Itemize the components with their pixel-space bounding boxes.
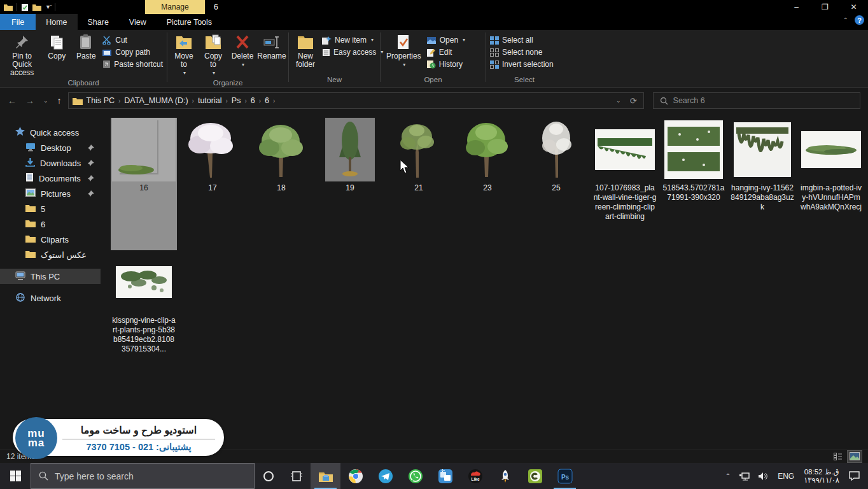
taskbar-app-rocket-vpn[interactable] [490,463,520,489]
open-button[interactable]: Open▾ [427,35,465,45]
cut-button[interactable]: Cut [102,35,163,45]
edit-button[interactable]: Edit [427,47,465,57]
cortana-button[interactable] [255,463,283,489]
recent-locations-icon[interactable]: ⌄ [43,97,48,104]
ribbon-tab-file[interactable]: File [0,14,36,30]
file-tile[interactable]: kisspng-vine-clip-art-plants-png-5b38b85… [111,250,177,383]
ribbon-tab-share[interactable]: Share [78,14,119,30]
taskbar-app-whatsapp[interactable] [400,463,430,489]
qat-new-folder-icon[interactable] [32,3,41,11]
clock[interactable]: 08:52 ق.ظ ۱۳۹۹/۱۱/۰۸ [799,468,844,485]
breadcrumb-segment[interactable]: Ps [232,96,241,105]
breadcrumb-bar[interactable]: This PC›DATA_MUMA (D:)›tutorial›Ps›6›6› … [68,92,644,109]
rename-button[interactable]: Rename [258,32,286,62]
sidebar-item-عکس-استوک[interactable]: عکس استوک [0,247,101,262]
breadcrumb-segment[interactable]: DATA_MUMA (D:) [124,96,188,105]
sidebar-item-cliparts[interactable]: Cliparts [0,232,101,247]
taskbar-app-file-explorer[interactable] [311,463,340,489]
thumbnail-view-toggle[interactable] [848,451,862,462]
details-view-toggle[interactable] [831,451,845,462]
pin-to-quick-access-button[interactable]: Pin to Quick access [3,32,41,79]
file-tile[interactable]: 25 [523,118,589,250]
sidebar-item-5[interactable]: 5 [0,201,101,216]
file-tile[interactable]: 107-1076983_plant-wall-vine-tiger-green-… [592,118,658,250]
up-button[interactable]: ↑ [57,96,62,106]
sidebar-item-desktop[interactable]: Desktop [0,140,101,155]
sidebar-item-downloads[interactable]: Downloads [0,155,101,171]
breadcrumb-separator-icon[interactable]: › [272,97,276,104]
breadcrumb-separator-icon[interactable]: › [243,97,248,104]
qat-properties-icon[interactable] [21,3,29,11]
sidebar-item-this-pc[interactable]: This PC [0,269,101,284]
sidebar-item-documents[interactable]: Documents [0,171,101,186]
copy-to-button[interactable]: Copy to▾ [199,32,227,79]
volume-icon[interactable] [754,472,773,481]
back-button[interactable]: ← [8,96,17,106]
forward-button[interactable]: → [25,96,34,106]
properties-button[interactable]: Properties▾ [383,32,424,71]
paste-shortcut-button[interactable]: Paste shortcut [102,59,163,69]
qat-customize-icon[interactable]: ▼̄ [45,4,51,10]
file-tile[interactable]: 21 [386,118,452,250]
breadcrumb[interactable]: This PC›DATA_MUMA (D:)›tutorial›Ps›6›6› [87,96,617,105]
breadcrumb-segment[interactable]: 6 [265,96,269,105]
taskbar-app-chrome[interactable] [340,463,370,489]
breadcrumb-segment[interactable]: This PC [87,96,115,105]
file-tile[interactable]: imgbin-a-potted-ivy-hVUnnufHAPmwhA9akMQn… [798,118,864,250]
delete-button[interactable]: Delete▾ [228,32,256,71]
language-indicator[interactable]: ENG [773,472,799,481]
taskbar-app-photoshop[interactable]: Ps [550,463,580,489]
new-folder-button[interactable]: New folder [291,32,319,71]
start-button[interactable] [0,463,31,489]
ribbon-tab-view[interactable]: View [119,14,157,30]
ribbon-tab-home[interactable]: Home [36,14,77,30]
taskbar-search-input[interactable]: Type here to search [31,463,255,489]
select-all-button[interactable]: Select all [490,35,554,45]
history-button[interactable]: History [427,59,465,69]
taskbar-app-shareit[interactable] [430,463,460,489]
minimize-button[interactable]: – [782,0,811,14]
breadcrumb-segment[interactable]: tutorial [198,96,222,105]
restore-button[interactable]: ❐ [811,0,839,14]
file-list-area[interactable]: 16171819212325107-1076983_plant-wall-vin… [101,113,868,449]
refresh-icon[interactable]: ⟳ [630,96,637,106]
action-center-icon[interactable] [844,471,864,481]
taskbar-app-camtasia[interactable] [520,463,550,489]
copy-button[interactable]: Copy [43,32,71,62]
breadcrumb-separator-icon[interactable]: › [258,97,262,104]
breadcrumb-segment[interactable]: 6 [251,96,255,105]
new-item-button[interactable]: New item▾ [322,35,383,45]
manage-ribbon-tab[interactable]: Manage [145,0,205,14]
file-tile[interactable]: 16 [111,118,177,250]
file-tile[interactable]: 18 [248,118,314,250]
ribbon-tab-picture-tools[interactable]: Picture Tools [157,14,222,30]
address-dropdown-icon[interactable]: ⌄ [616,97,621,104]
file-tile[interactable]: 19 [317,118,383,250]
tray-chevron-icon[interactable]: ⌃ [721,472,735,479]
easy-access-button[interactable]: Easy access▾ [322,47,383,57]
file-tile[interactable]: 518543.5702781a71991-390x320 [661,118,727,250]
breadcrumb-separator-icon[interactable]: › [191,97,195,104]
sidebar-item-quick-access[interactable]: Quick access [0,125,101,140]
copy-path-button[interactable]: Copy path [102,47,163,57]
move-to-button[interactable]: Move to▾ [170,32,198,79]
search-box[interactable]: Search 6 [653,92,860,109]
breadcrumb-separator-icon[interactable]: › [117,97,122,104]
invert-selection-button[interactable]: Invert selection [490,59,554,69]
paste-button[interactable]: Paste [72,32,100,62]
taskbar-app-telegram[interactable] [370,463,400,489]
file-tile[interactable]: 17 [179,118,246,250]
file-tile[interactable]: hanging-ivy-11562849129aba8ag3uzk [729,118,795,250]
network-icon[interactable] [735,472,754,481]
taskbar-app-vpn-like[interactable]: Like [460,463,490,489]
breadcrumb-separator-icon[interactable]: › [224,97,228,104]
task-view-button[interactable] [283,463,311,489]
sidebar-item-network[interactable]: Network [0,290,101,306]
sidebar-item-pictures[interactable]: Pictures [0,186,101,201]
sidebar-item-6[interactable]: 6 [0,216,101,232]
ribbon-collapse-icon[interactable]: ⌃ [843,17,848,24]
close-button[interactable]: ✕ [839,0,868,14]
select-none-button[interactable]: Select none [490,47,554,57]
file-tile[interactable]: 23 [454,118,521,250]
help-icon[interactable]: ? [855,15,864,25]
